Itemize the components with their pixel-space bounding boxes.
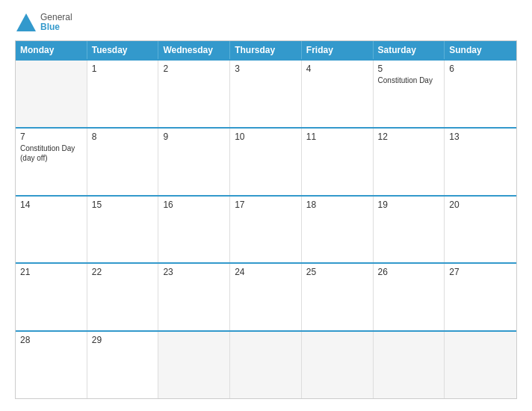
day-number: 2 <box>163 64 225 74</box>
calendar-cell: 6 <box>445 61 516 127</box>
day-number: 10 <box>235 132 297 142</box>
calendar-cell <box>158 332 230 398</box>
calendar-cell: 13 <box>445 129 516 195</box>
day-number: 22 <box>92 267 154 277</box>
day-number: 26 <box>378 267 440 277</box>
day-event: Constitution Day (day off) <box>20 143 82 163</box>
day-number: 1 <box>92 64 154 74</box>
calendar-cell: 20 <box>445 197 516 263</box>
day-number: 14 <box>20 200 82 210</box>
calendar-cell: 7Constitution Day (day off) <box>16 129 87 195</box>
calendar-week: 12345Constitution Day6 <box>16 59 516 127</box>
calendar-cell: 9 <box>158 129 230 195</box>
day-of-week-header: Sunday <box>445 41 516 59</box>
calendar-cell: 17 <box>230 197 302 263</box>
day-number: 5 <box>378 64 440 74</box>
day-event: Constitution Day <box>378 75 440 85</box>
calendar-cell: 29 <box>87 332 159 398</box>
day-number: 7 <box>20 132 82 142</box>
calendar-week: 7Constitution Day (day off)8910111213 <box>16 127 516 195</box>
day-number: 3 <box>235 64 297 74</box>
calendar-cell: 24 <box>230 264 302 330</box>
calendar: MondayTuesdayWednesdayThursdayFridaySatu… <box>15 40 517 399</box>
day-number: 24 <box>235 267 297 277</box>
logo-general-text: General <box>40 12 72 22</box>
calendar-cell: 3 <box>230 61 302 127</box>
day-number: 19 <box>378 200 440 210</box>
day-number: 21 <box>20 267 82 277</box>
calendar-cell <box>230 332 302 398</box>
day-number: 13 <box>449 132 512 142</box>
day-number: 9 <box>163 132 225 142</box>
day-number: 11 <box>306 132 368 142</box>
day-of-week-header: Thursday <box>230 41 302 59</box>
calendar-week: 14151617181920 <box>16 195 516 263</box>
day-number: 12 <box>378 132 440 142</box>
calendar-cell: 15 <box>87 197 159 263</box>
calendar-cell: 4 <box>302 61 374 127</box>
day-number: 25 <box>306 267 368 277</box>
calendar-week: 21222324252627 <box>16 262 516 330</box>
logo-blue-text: Blue <box>40 22 60 32</box>
calendar-cell: 5Constitution Day <box>374 61 445 127</box>
day-of-week-header: Friday <box>302 41 374 59</box>
calendar-cell: 21 <box>16 264 87 330</box>
calendar-cell: 8 <box>87 129 159 195</box>
day-number: 17 <box>235 200 297 210</box>
day-number: 29 <box>92 335 154 345</box>
day-of-week-header: Saturday <box>374 41 445 59</box>
calendar-cell: 18 <box>302 197 374 263</box>
calendar-cell: 2 <box>158 61 230 127</box>
calendar-cell: 19 <box>374 197 445 263</box>
calendar-cell: 28 <box>16 332 87 398</box>
day-number: 8 <box>92 132 154 142</box>
calendar-cell: 12 <box>374 129 445 195</box>
calendar-header: MondayTuesdayWednesdayThursdayFridaySatu… <box>16 41 516 59</box>
page-header: General Blue <box>15 12 517 33</box>
day-number: 15 <box>92 200 154 210</box>
day-number: 16 <box>163 200 225 210</box>
day-number: 27 <box>449 267 512 277</box>
calendar-cell: 23 <box>158 264 230 330</box>
calendar-cell: 16 <box>158 197 230 263</box>
calendar-body: 12345Constitution Day67Constitution Day … <box>16 59 516 398</box>
calendar-cell: 26 <box>374 264 445 330</box>
calendar-cell <box>445 332 516 398</box>
calendar-cell <box>374 332 445 398</box>
day-number: 4 <box>306 64 368 74</box>
day-of-week-header: Tuesday <box>87 41 159 59</box>
day-of-week-header: Wednesday <box>158 41 230 59</box>
calendar-cell: 25 <box>302 264 374 330</box>
calendar-cell: 11 <box>302 129 374 195</box>
day-number: 23 <box>163 267 225 277</box>
calendar-cell <box>302 332 374 398</box>
svg-marker-0 <box>16 13 36 31</box>
generalblue-logo-icon <box>15 12 37 33</box>
logo: General Blue <box>15 12 72 33</box>
calendar-cell <box>16 61 87 127</box>
calendar-cell: 10 <box>230 129 302 195</box>
calendar-week: 2829 <box>16 330 516 398</box>
calendar-cell: 22 <box>87 264 159 330</box>
calendar-cell: 1 <box>87 61 159 127</box>
day-number: 6 <box>449 64 512 74</box>
day-number: 18 <box>306 200 368 210</box>
day-number: 20 <box>449 200 512 210</box>
day-of-week-header: Monday <box>16 41 87 59</box>
calendar-cell: 14 <box>16 197 87 263</box>
calendar-cell: 27 <box>445 264 516 330</box>
day-number: 28 <box>20 335 82 345</box>
